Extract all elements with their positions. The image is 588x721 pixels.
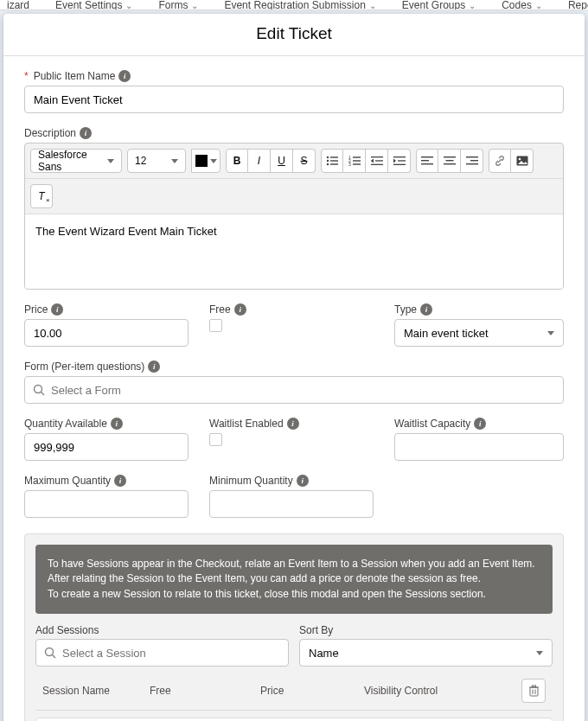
indent-button[interactable] <box>388 149 411 173</box>
svg-rect-23 <box>421 163 433 164</box>
col-free: Free <box>150 685 260 697</box>
svg-rect-5 <box>330 163 338 164</box>
svg-rect-20 <box>393 164 406 165</box>
svg-rect-11 <box>353 163 361 164</box>
align-right-button[interactable] <box>461 149 483 173</box>
quantity-available-label: Quantity Available i <box>24 418 194 430</box>
add-sessions-input[interactable] <box>35 639 289 667</box>
col-price: Price <box>260 685 364 697</box>
svg-rect-7 <box>353 156 361 157</box>
description-textarea[interactable]: The Event Wizard Event Main Ticket <box>25 214 563 289</box>
chevron-down-icon <box>547 331 554 335</box>
price-input[interactable] <box>24 319 189 347</box>
sessions-help-text: To have Sessions appear in the Checkout,… <box>35 545 553 614</box>
info-icon[interactable]: i <box>51 303 63 316</box>
outdent-button[interactable] <box>366 149 388 173</box>
svg-rect-16 <box>371 164 383 165</box>
info-icon[interactable]: i <box>287 418 299 430</box>
type-label: Type i <box>394 303 564 316</box>
col-session-name: Session Name <box>39 685 150 697</box>
bulleted-list-button[interactable] <box>321 149 343 173</box>
strikethrough-button[interactable]: S <box>293 149 316 173</box>
chevron-down-icon: ⌄ <box>125 1 132 10</box>
svg-rect-21 <box>421 156 433 157</box>
numbered-list-button[interactable]: 123 <box>343 149 366 173</box>
svg-rect-36 <box>530 687 538 696</box>
waitlist-capacity-label: Waitlist Capacity i <box>394 418 564 430</box>
svg-rect-29 <box>466 163 478 164</box>
minimum-quantity-input[interactable] <box>209 490 374 518</box>
chevron-down-icon: ⌄ <box>191 1 198 10</box>
font-size-select[interactable]: 12 <box>127 149 186 173</box>
svg-rect-25 <box>445 160 453 161</box>
maximum-quantity-input[interactable] <box>24 490 189 518</box>
info-icon[interactable]: i <box>114 475 126 487</box>
description-label: Description i <box>24 127 564 139</box>
chevron-down-icon: ⌄ <box>535 1 542 10</box>
svg-point-34 <box>46 648 54 656</box>
modal-title: Edit Ticket <box>3 14 585 56</box>
maximum-quantity-label: Maximum Quantity i <box>24 475 194 487</box>
info-icon[interactable]: i <box>148 360 160 373</box>
waitlist-enabled-label: Waitlist Enabled i <box>209 418 379 430</box>
svg-line-33 <box>42 392 45 396</box>
svg-rect-9 <box>353 160 361 161</box>
add-sessions-label: Add Sessions <box>35 624 289 636</box>
image-button[interactable] <box>511 149 534 173</box>
italic-button[interactable]: I <box>248 149 271 173</box>
svg-rect-19 <box>398 160 406 161</box>
svg-rect-26 <box>444 163 456 164</box>
sort-by-select[interactable]: Name <box>299 639 553 667</box>
edit-ticket-modal: Edit Ticket *Public Item Name i Descript… <box>3 14 585 721</box>
underline-button[interactable]: U <box>271 149 293 173</box>
minimum-quantity-label: Minimum Quantity i <box>209 475 379 487</box>
align-center-button[interactable] <box>438 149 461 173</box>
background-nav: izard Event Settings⌄ Forms⌄ Event Regis… <box>0 0 588 10</box>
waitlist-enabled-checkbox[interactable] <box>209 433 222 446</box>
chevron-down-icon <box>107 159 114 163</box>
svg-rect-15 <box>375 160 383 161</box>
align-left-button[interactable] <box>416 149 438 173</box>
bold-button[interactable]: B <box>226 149 248 173</box>
svg-point-2 <box>327 160 329 162</box>
info-icon[interactable]: i <box>234 303 246 316</box>
sessions-card: To have Sessions appear in the Checkout,… <box>24 533 564 721</box>
type-select[interactable]: Main event ticket <box>394 319 564 347</box>
text-color-button[interactable] <box>191 149 220 173</box>
svg-text:3: 3 <box>348 162 351 166</box>
font-family-select[interactable]: Salesforce Sans <box>30 149 122 173</box>
public-item-name-input[interactable] <box>24 86 564 113</box>
free-checkbox[interactable] <box>209 319 222 332</box>
search-icon <box>44 647 56 659</box>
quantity-available-input[interactable] <box>24 433 189 461</box>
info-icon[interactable]: i <box>111 418 123 430</box>
public-item-name-label: *Public Item Name i <box>24 70 564 82</box>
chevron-down-icon: ⌄ <box>469 1 476 10</box>
svg-rect-1 <box>330 156 338 157</box>
link-button[interactable] <box>489 149 511 173</box>
svg-point-4 <box>327 163 329 165</box>
info-icon[interactable]: i <box>80 127 92 139</box>
svg-rect-24 <box>444 156 456 157</box>
svg-line-35 <box>53 655 56 659</box>
svg-rect-3 <box>330 160 338 161</box>
sort-by-label: Sort By <box>299 624 553 636</box>
waitlist-capacity-input[interactable] <box>394 433 564 461</box>
chevron-down-icon: ⌄ <box>369 1 376 10</box>
form-select-input[interactable] <box>24 376 564 404</box>
svg-marker-14 <box>371 159 374 163</box>
info-icon[interactable]: i <box>474 418 486 430</box>
search-icon <box>33 384 45 396</box>
svg-rect-17 <box>393 156 406 157</box>
chevron-down-icon <box>171 159 178 163</box>
info-icon[interactable]: i <box>118 70 131 82</box>
info-icon[interactable]: i <box>297 475 309 487</box>
svg-rect-28 <box>470 160 478 161</box>
clear-formatting-button[interactable]: T× <box>30 184 53 208</box>
svg-point-32 <box>35 386 42 393</box>
info-icon[interactable]: i <box>420 303 432 316</box>
price-label: Price i <box>24 303 194 316</box>
chevron-down-icon <box>210 159 217 163</box>
form-label: Form (Per-item questions) i <box>24 360 564 373</box>
delete-all-button[interactable] <box>521 679 546 703</box>
